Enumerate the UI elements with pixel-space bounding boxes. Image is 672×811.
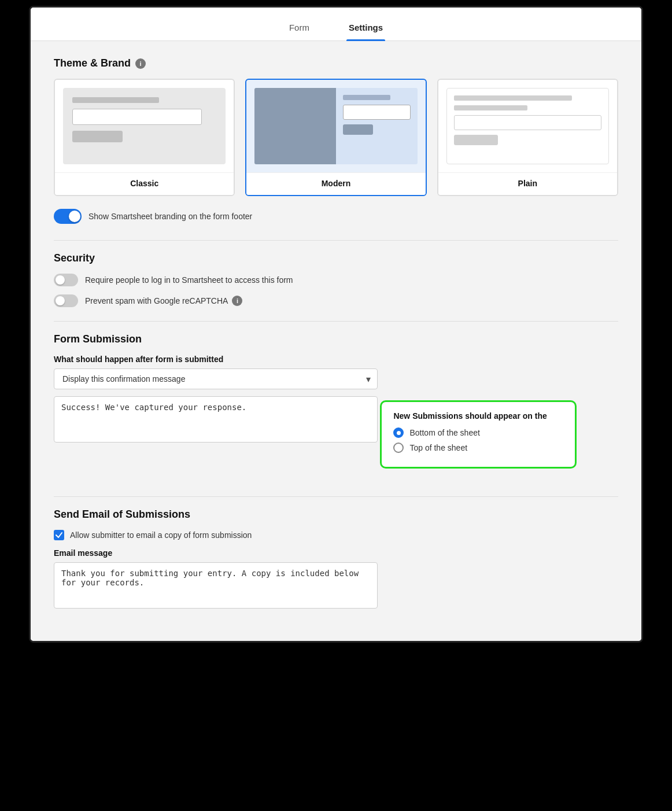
- theme-card-modern[interactable]: Modern: [245, 79, 426, 196]
- theme-card-plain[interactable]: Plain: [437, 79, 618, 196]
- modern-btn-mock: [343, 124, 373, 135]
- security-section: Security Require people to log in to Sma…: [54, 252, 618, 307]
- settings-content: Theme & Brand i Classic: [31, 41, 641, 641]
- form-submission-title: Form Submission: [54, 333, 618, 345]
- after-submit-select-wrapper: Display this confirmation message Redire…: [54, 368, 378, 389]
- new-submissions-box: New Submissions should appear on the Bot…: [380, 400, 577, 469]
- form-submission-section: Form Submission What should happen after…: [54, 333, 618, 482]
- security-title: Security: [54, 252, 618, 264]
- divider-1: [54, 240, 618, 241]
- branding-toggle[interactable]: [54, 209, 82, 224]
- theme-cards-container: Classic Modern: [54, 79, 618, 196]
- radio-top[interactable]: [393, 443, 404, 453]
- theme-card-classic[interactable]: Classic: [54, 79, 235, 196]
- plain-input-mock: [454, 115, 601, 130]
- plain-bar-2: [454, 105, 528, 110]
- send-email-section: Send Email of Submissions Allow submitte…: [54, 508, 618, 611]
- theme-brand-section: Theme & Brand i Classic: [54, 57, 618, 224]
- plain-bar-1: [454, 95, 572, 101]
- new-submissions-title: New Submissions should appear on the: [393, 411, 563, 421]
- login-label: Require people to log in to Smartsheet t…: [85, 275, 293, 285]
- classic-bar-1: [72, 97, 159, 103]
- login-toggle-thumb: [56, 275, 65, 285]
- modern-input-mock: [343, 105, 411, 120]
- tabs-bar: Form Settings: [31, 8, 641, 41]
- captcha-toggle[interactable]: [54, 294, 78, 307]
- checkmark-icon: [56, 532, 62, 539]
- modern-preview-inner: [254, 88, 417, 164]
- plain-label: Plain: [438, 172, 617, 195]
- branding-toggle-row: Show Smartsheet branding on the form foo…: [54, 209, 618, 224]
- allow-email-label: Allow submitter to email a copy of form …: [70, 530, 252, 540]
- confirmation-message-textarea[interactable]: [54, 396, 378, 443]
- toggle-thumb-branding: [69, 211, 80, 222]
- captcha-label: Prevent spam with Google reCAPTCHA i: [85, 296, 242, 306]
- classic-label: Classic: [55, 172, 234, 195]
- modern-preview: [246, 80, 425, 172]
- classic-preview: [55, 80, 234, 172]
- tab-settings[interactable]: Settings: [346, 17, 385, 40]
- captcha-toggle-thumb: [56, 296, 65, 305]
- allow-email-row: Allow submitter to email a copy of form …: [54, 530, 618, 540]
- classic-btn-mock: [72, 131, 123, 142]
- divider-3: [54, 496, 618, 497]
- plain-btn-mock: [454, 135, 499, 145]
- login-toggle[interactable]: [54, 274, 78, 286]
- modern-left-panel: [254, 88, 336, 164]
- security-login-row: Require people to log in to Smartsheet t…: [54, 274, 618, 286]
- branding-toggle-label: Show Smartsheet branding on the form foo…: [88, 212, 252, 221]
- toggle-track-branding: [54, 209, 82, 224]
- modern-bar-1: [343, 95, 390, 100]
- classic-input-mock: [72, 109, 202, 125]
- email-message-textarea[interactable]: [54, 562, 378, 609]
- plain-preview: [438, 80, 617, 172]
- classic-preview-inner: [63, 88, 226, 164]
- send-email-title: Send Email of Submissions: [54, 508, 618, 521]
- radio-top-label: Top of the sheet: [409, 443, 467, 452]
- captcha-info-icon[interactable]: i: [232, 296, 242, 306]
- theme-brand-info-icon[interactable]: i: [135, 58, 146, 69]
- divider-2: [54, 321, 618, 322]
- modern-right-panel: [336, 88, 418, 164]
- email-message-label: Email message: [54, 548, 618, 558]
- tab-form[interactable]: Form: [287, 17, 312, 40]
- allow-email-checkbox[interactable]: [54, 530, 64, 540]
- plain-preview-inner: [446, 88, 609, 164]
- after-submit-select[interactable]: Display this confirmation message Redire…: [54, 368, 378, 389]
- what-happens-label: What should happen after form is submitt…: [54, 355, 618, 364]
- security-captcha-row: Prevent spam with Google reCAPTCHA i: [54, 294, 618, 307]
- modern-label: Modern: [246, 172, 425, 195]
- radio-bottom-label: Bottom of the sheet: [409, 428, 479, 437]
- radio-top-row: Top of the sheet: [393, 443, 563, 453]
- theme-brand-title: Theme & Brand i: [54, 57, 618, 69]
- radio-bottom[interactable]: [393, 427, 404, 438]
- radio-bottom-row: Bottom of the sheet: [393, 427, 563, 438]
